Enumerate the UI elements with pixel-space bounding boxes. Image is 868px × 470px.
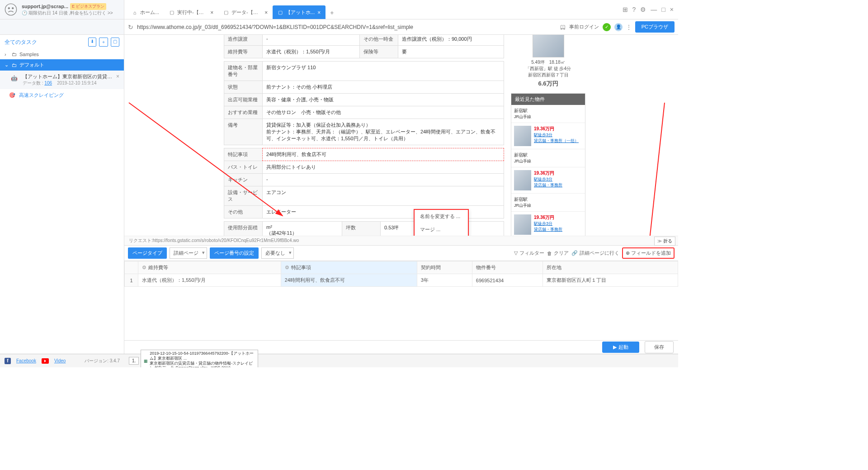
doc-tab[interactable]: ▦ 2019-12-10-15-10-54-10197366445792200-… <box>141 350 258 367</box>
col-header[interactable]: 所在地 <box>543 261 678 274</box>
robot-icon: 🤖 <box>9 73 19 83</box>
ctx-merge[interactable]: マージ ... <box>415 223 468 236</box>
account-email: support.jp@scrap... <box>22 4 68 9</box>
close-icon[interactable]: × <box>116 73 119 86</box>
prelogin-link[interactable]: 事前ログイン <box>569 24 599 30</box>
close-icon[interactable]: × <box>264 9 268 16</box>
context-menu: 名前を変更する ... マージ ... ページで選択 編集XPath ... 抽… <box>414 209 469 236</box>
trash-icon: 🗑 <box>547 251 552 256</box>
filter-button[interactable]: ▽フィルター <box>514 250 544 256</box>
folder-icon: 🗀 <box>12 52 17 57</box>
tab-data[interactable]: ▢データ-【ア...× <box>218 5 273 19</box>
folder-icon: 🗀 <box>12 62 17 68</box>
property-table-3: 特記事項24時間利用可、飲食店不可 バス・トイレ共用部分にトイレあり キッチン-… <box>224 148 504 218</box>
speed-scraping-link[interactable]: 🎯 高速スクレイピング <box>0 89 124 101</box>
clock-icon: 🕐 <box>22 10 27 15</box>
col-header[interactable]: ⚙維持費等 <box>138 261 281 274</box>
facebook-link[interactable]: Facebook <box>16 358 36 363</box>
task-title: 【アットホーム】東京都新宿区の賃貸店舗 ... <box>23 73 113 80</box>
page-type-button[interactable]: ページタイプ <box>128 247 167 259</box>
recent-item[interactable]: 19.36万円駅徒歩3分貸店舗・事務所（一括） <box>511 123 585 149</box>
recent-item[interactable]: 新宿駅JR山手線 <box>511 105 585 123</box>
new-task-icon[interactable]: ＋ <box>99 38 108 47</box>
url-bar[interactable]: https://www.athome.co.jp/jr_03/dtl_69695… <box>137 24 557 30</box>
plan-badge: E ビジネスプラン <box>70 3 106 10</box>
filter-icon: ▽ <box>514 250 518 256</box>
import-icon[interactable]: ⬇ <box>88 38 96 47</box>
ctx-rename[interactable]: 名前を変更する ... <box>415 210 468 223</box>
data-count[interactable]: 106 <box>44 81 52 85</box>
selected-cell[interactable]: 24時間利用可、飲食店不可 <box>263 148 504 161</box>
tab-home[interactable]: ⌂ホーム... <box>127 5 164 19</box>
pc-browser-button[interactable]: PCブラウザ <box>635 21 675 33</box>
minimize-icon[interactable]: — <box>651 6 657 13</box>
user-badge[interactable]: 👤 <box>614 23 623 31</box>
gear-icon[interactable]: ⚙ <box>640 6 646 13</box>
col-header-selected[interactable]: ⚙特記事項 <box>281 261 417 274</box>
table-row[interactable]: 1 水道代（税別）：1,550円/月 24時間利用可、飲食店不可 3年 6969… <box>125 274 678 287</box>
plus-circle-icon: ⊕ <box>626 250 630 256</box>
svg-point-2 <box>12 7 14 9</box>
col-header[interactable]: 物件番号 <box>472 261 543 274</box>
add-tab-button[interactable]: + <box>326 6 338 19</box>
goto-detail-button[interactable]: 🔗詳細ページに行く <box>571 250 619 256</box>
gear-icon[interactable]: ⚙ <box>285 265 289 270</box>
maximize-icon[interactable]: □ <box>661 6 665 13</box>
all-tasks-label[interactable]: 全てのタスク <box>5 38 37 46</box>
gift-icon[interactable]: ⊞ <box>623 6 628 13</box>
speed-icon: 🎯 <box>9 92 15 98</box>
reload-icon[interactable]: ↻ <box>128 24 133 31</box>
doc-icon: ▢ <box>223 10 229 15</box>
property-table: 造作譲渡-その他一時金造作譲渡代（税別）：90,000円 維持費等水道代（税別）… <box>224 35 504 58</box>
excel-icon: ▦ <box>144 359 148 363</box>
facebook-icon[interactable]: f <box>5 358 11 364</box>
recent-item[interactable]: 19.36万円駅徒歩3分貸店舗・事務所 <box>511 167 585 194</box>
link-icon: 🔗 <box>571 250 578 256</box>
doc-icon: ▢ <box>278 10 283 15</box>
caret-icon: › <box>5 52 9 57</box>
fold-button[interactable]: ≫ 折る <box>654 237 675 246</box>
close-window-icon[interactable]: × <box>670 6 674 13</box>
row-number: 1 <box>125 274 138 287</box>
expiry-notice[interactable]: 🕐 期限切れ日 14 日後 ,料金を払うに行く >> <box>22 10 120 16</box>
bookmark-icon[interactable]: 🕮 <box>560 24 566 30</box>
page-number-select[interactable]: 必要なし <box>261 247 294 259</box>
page-type-select[interactable]: 詳細ページ <box>170 247 207 259</box>
clear-button[interactable]: 🗑クリア <box>547 250 569 256</box>
new-folder-icon[interactable]: ▢ <box>111 38 119 47</box>
app-logo <box>4 2 18 17</box>
svg-point-1 <box>8 7 10 9</box>
request-status: リクエスト:https://fonts.gstatic.com/s/roboto… <box>124 236 678 245</box>
thumb-icon <box>514 170 531 190</box>
sidebar-folder-default[interactable]: ⌄ 🗀 デフォルト <box>0 59 124 71</box>
more-icon[interactable]: ⋮ <box>626 24 632 30</box>
gear-icon[interactable]: ⚙ <box>142 265 146 270</box>
video-link[interactable]: Video <box>54 358 66 363</box>
status-badge-green[interactable]: ✓ <box>603 23 611 31</box>
tab-active[interactable]: ▢【アットホ...× <box>273 5 326 19</box>
close-icon[interactable]: × <box>210 9 213 16</box>
property-thumb <box>533 35 564 57</box>
recent-item[interactable]: 新宿駅JR山手線 <box>511 194 585 212</box>
doc-number[interactable]: 1. <box>129 357 139 365</box>
help-icon[interactable]: ? <box>632 6 636 13</box>
recent-item[interactable]: 19.36万円駅徒歩3分貸店舗・事務所 <box>511 212 585 236</box>
sidebar-task-item[interactable]: 🤖 【アットホーム】東京都新宿区の賃貸店舗 ... データ数 : 106 201… <box>0 71 124 89</box>
home-icon: ⌂ <box>132 10 137 15</box>
page-number-button[interactable]: ページ番号の設定 <box>210 247 259 259</box>
svg-point-0 <box>5 4 16 15</box>
recent-box: 最近見た物件 新宿駅JR山手線 19.36万円駅徒歩3分貸店舗・事務所（一括） … <box>511 93 585 236</box>
tab-running[interactable]: ▢実行中-【ア...× <box>164 5 218 19</box>
doc-icon: ▢ <box>169 10 175 15</box>
add-field-button[interactable]: ⊕フィールドを追加 <box>622 247 675 259</box>
property-card[interactable]: 5.49坪 18.18㎡ 「西新宿」駅 徒 歩4分 新宿区西新宿７丁目 6.6万… <box>511 35 585 88</box>
sidebar-folder-samples[interactable]: › 🗀 Samples <box>0 49 124 59</box>
youtube-icon[interactable] <box>42 358 49 364</box>
property-table-2: 建物名・部屋番号新宿タウンプラザ 110 状態前テナント：その他 小料理店 出店… <box>224 61 504 145</box>
recent-item[interactable]: 新宿駅JR山手線 <box>511 149 585 167</box>
col-header[interactable]: 契約時間 <box>417 261 472 274</box>
thumb-icon <box>514 126 531 146</box>
close-icon[interactable]: × <box>317 9 321 16</box>
caret-down-icon: ⌄ <box>5 62 9 68</box>
data-table: ⚙維持費等 ⚙特記事項 契約時間 物件番号 所在地 1 水道代（税別）：1,55… <box>124 261 678 287</box>
